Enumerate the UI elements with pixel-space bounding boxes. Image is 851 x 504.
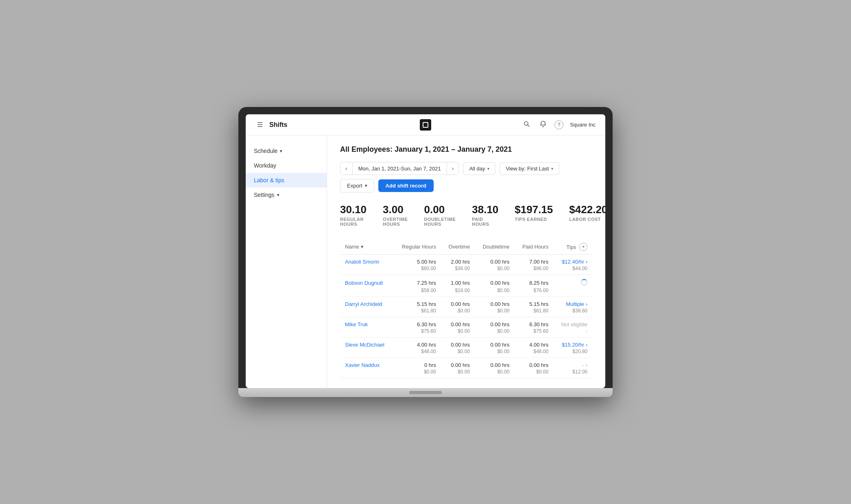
- regular-hours-cell: 0 hrs: [393, 358, 441, 369]
- view-by-label: View by: First Last: [506, 166, 549, 172]
- paid-hours-value: 38.10: [472, 204, 498, 216]
- overtime-cell: 0.00 hrs: [441, 337, 475, 349]
- regular-hours-cell: 5.00 hrs: [393, 254, 441, 266]
- overtime-dollars-cell: $18.00: [441, 288, 475, 297]
- tips-cell: $12.40/hr ›: [553, 254, 592, 266]
- employee-name[interactable]: Sleve McDichael: [345, 342, 384, 348]
- tips-cell: Not eligible: [553, 317, 592, 328]
- regular-hours-cell: 4.00 hrs: [393, 337, 441, 349]
- table-sub-row: $48.00 $0.00 $0.00 $48.00 $20.80: [340, 349, 592, 358]
- doubletime-dollars-cell: $0.00: [475, 308, 514, 317]
- tips-earned-label: TIPS EARNED: [515, 217, 553, 222]
- sort-icon: ▾: [361, 244, 364, 250]
- view-by-filter[interactable]: View by: First Last ▾: [500, 162, 559, 175]
- company-name: Square Inc: [570, 122, 596, 128]
- paid-hours-cell: 7.00 hrs: [514, 254, 553, 266]
- overtime-cell: 0.00 hrs: [441, 358, 475, 369]
- overtime-cell: 2.00 hrs: [441, 254, 475, 266]
- col-doubletime: Doubletime: [475, 240, 514, 255]
- col-regular-hours: Regular Hours: [393, 240, 441, 255]
- employee-name[interactable]: Anatoli Smorin: [345, 259, 380, 265]
- tips-cell: [553, 275, 592, 288]
- employee-name[interactable]: Xavier Naddux: [345, 362, 380, 368]
- app-header: ☰ Shifts: [246, 114, 605, 135]
- regular-dollars-cell: $60.00: [393, 266, 441, 275]
- add-shift-button[interactable]: Add shift record: [378, 179, 434, 192]
- date-navigator: ‹ Mon, Jan 1, 2021-Sun, Jan 7, 2021 ›: [340, 162, 459, 175]
- overtime-dollars-cell: $0.00: [441, 308, 475, 317]
- sidebar-item-labor-tips[interactable]: Labor & tips: [246, 173, 327, 188]
- table-body: Anatoli Smorin 5.00 hrs 2.00 hrs 0.00 hr…: [340, 254, 592, 378]
- add-column-button[interactable]: +: [579, 243, 587, 251]
- loading-spinner: [581, 279, 587, 286]
- stat-tips-earned: $197.15 TIPS EARNED: [515, 204, 553, 227]
- employee-name-sub: [340, 288, 393, 297]
- table-sub-row: $61.80 $0.00 $0.00 $61.80 $38.60: [340, 308, 592, 317]
- tips-total-cell: $44.00: [553, 266, 592, 275]
- doubletime-cell: 0.00 hrs: [475, 297, 514, 308]
- doubletime-dollars-cell: $0.00: [475, 369, 514, 378]
- paid-dollars-cell: $48.00: [514, 349, 553, 358]
- help-button[interactable]: ?: [554, 120, 563, 129]
- date-range-label: Mon, Jan 1, 2021-Sun, Jan 7, 2021: [353, 163, 447, 175]
- stat-paid-hours: 38.10 PAID HOURS: [472, 204, 498, 227]
- export-chevron-icon: ▾: [365, 183, 367, 188]
- paid-dollars-cell: $0.00: [514, 369, 553, 378]
- tips-not-eligible: Not eligible: [561, 321, 587, 327]
- sidebar-item-workday[interactable]: Workday: [246, 158, 327, 173]
- employee-name-cell[interactable]: Sleve McDichael: [340, 337, 393, 349]
- tips-total-cell: $38.60: [553, 308, 592, 317]
- all-day-chevron-icon: ▾: [487, 166, 489, 171]
- tips-total-cell: [553, 288, 592, 297]
- employee-name[interactable]: Mike Truk: [345, 321, 368, 327]
- employee-name-sub: [340, 328, 393, 338]
- employee-name-cell[interactable]: Mike Truk: [340, 317, 393, 328]
- tips-total-cell: $20.80: [553, 349, 592, 358]
- employee-name[interactable]: Darryl Archideld: [345, 301, 382, 307]
- employee-name[interactable]: Bobson Dugnutt: [345, 280, 383, 286]
- laptop-frame: ☰ Shifts: [238, 107, 613, 397]
- hamburger-menu-button[interactable]: ☰: [255, 119, 264, 130]
- regular-hours-label: REGULAR HOURS: [340, 217, 367, 227]
- stat-overtime-hours: 3.00 OVERTIME HOURS: [383, 204, 408, 227]
- name-sort-button[interactable]: Name ▾: [345, 244, 364, 250]
- table-sub-row: $58.00 $18.00 $0.00 $76.00: [340, 288, 592, 297]
- paid-hours-cell: 0.00 hrs: [514, 358, 553, 369]
- all-day-label: All day: [469, 166, 485, 172]
- employee-name-sub: [340, 266, 393, 275]
- sidebar: Schedule ▾ Workday Labor & tips Settings…: [246, 135, 327, 388]
- tips-multiple: Multiple ›: [566, 301, 587, 307]
- employees-table: Name ▾ Regular Hours Overtime Doubletime…: [340, 240, 592, 378]
- prev-date-button[interactable]: ‹: [340, 162, 353, 175]
- view-by-chevron-icon: ▾: [551, 166, 553, 171]
- sidebar-item-settings-label: Settings: [254, 192, 275, 198]
- sidebar-item-settings[interactable]: Settings ▾: [246, 188, 327, 202]
- labor-cost-value: $422.20: [569, 204, 605, 216]
- employee-name-cell[interactable]: Xavier Naddux: [340, 358, 393, 369]
- search-button[interactable]: [522, 119, 532, 131]
- tips-total-cell: $12.00: [553, 369, 592, 378]
- export-button[interactable]: Export ▾: [340, 179, 374, 192]
- table-row: Darryl Archideld 5.15 hrs 0.00 hrs 0.00 …: [340, 297, 592, 308]
- employee-name-cell[interactable]: Bobson Dugnutt: [340, 275, 393, 288]
- employee-name-sub: [340, 349, 393, 358]
- next-date-button[interactable]: ›: [447, 162, 459, 175]
- regular-dollars-cell: $75.60: [393, 328, 441, 338]
- main-content: All Employees: January 1, 2021 – January…: [327, 135, 605, 388]
- sidebar-item-schedule[interactable]: Schedule ▾: [246, 144, 327, 158]
- bell-icon: [540, 121, 546, 127]
- tips-total-dash: -: [586, 328, 587, 334]
- notifications-button[interactable]: [538, 119, 548, 131]
- overtime-cell: 1.00 hrs: [441, 275, 475, 288]
- sidebar-item-workday-label: Workday: [254, 162, 276, 169]
- tips-dash: - ›: [583, 362, 587, 368]
- paid-hours-label: PAID HOURS: [472, 217, 498, 227]
- sidebar-item-labor-tips-label: Labor & tips: [254, 177, 284, 183]
- doubletime-hours-label: DOUBLETIME HOURS: [424, 217, 456, 227]
- employee-name-cell[interactable]: Darryl Archideld: [340, 297, 393, 308]
- tips-total: $20.80: [572, 349, 587, 354]
- paid-hours-cell: 8.25 hrs: [514, 275, 553, 288]
- tips-total: $44.00: [572, 266, 587, 271]
- employee-name-cell[interactable]: Anatoli Smorin: [340, 254, 393, 266]
- all-day-filter[interactable]: All day ▾: [463, 162, 495, 175]
